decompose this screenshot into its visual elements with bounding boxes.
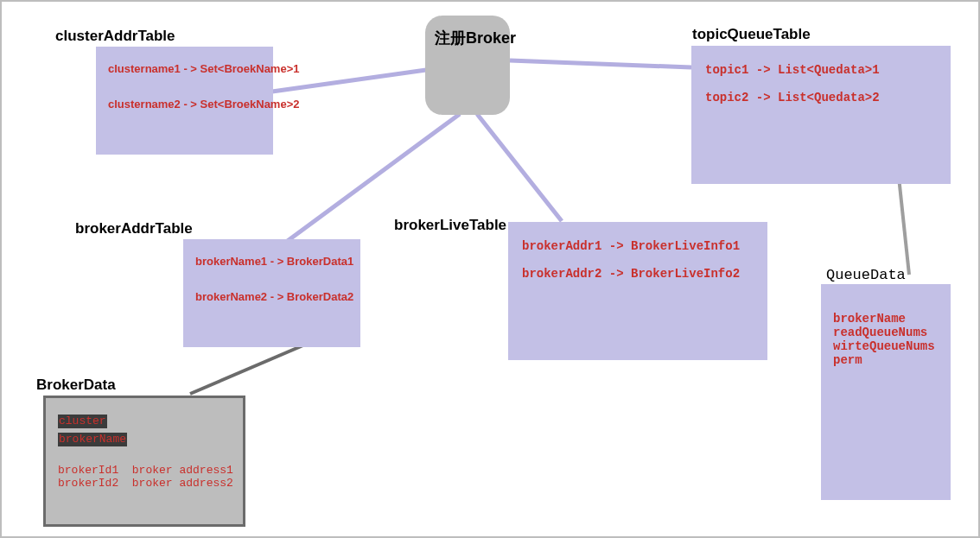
cluster-addr-row: clustername2 - > Set<BroekName>2 [108, 98, 261, 111]
broker-addr-table-title: brokerAddrTable [75, 220, 193, 237]
broker-data-box: cluster brokerName brokerId1 broker addr… [43, 396, 245, 527]
cluster-addr-row: clustername1 - > Set<BroekName>1 [108, 62, 261, 75]
svg-line-3 [510, 60, 691, 67]
broker-data-line: brokerId1 broker address1 [58, 464, 231, 477]
topic-queue-table-box: topic1 -> List<Quedata>1 topic2 -> List<… [691, 46, 951, 184]
broker-data-chip: cluster [58, 412, 231, 430]
queue-data-field: perm [833, 353, 939, 367]
topic-queue-row: topic1 -> List<Quedata>1 [705, 63, 937, 77]
svg-line-5 [899, 177, 909, 275]
broker-live-row: brokerAddr2 -> BrokerLiveInfo2 [522, 267, 754, 281]
cluster-addr-table-box: clustername1 - > Set<BroekName>1 cluster… [96, 47, 273, 155]
broker-data-title: BrokerData [36, 377, 116, 394]
topic-queue-row: topic2 -> List<Quedata>2 [705, 91, 937, 104]
broker-data-chip: brokerName [58, 430, 231, 448]
svg-line-2 [477, 114, 562, 221]
broker-live-table-title: brokerLiveTable [394, 217, 506, 234]
queue-data-box: brokerName readQueueNums wirteQueueNums … [821, 284, 951, 500]
broker-data-line: brokerId2 broker address2 [58, 477, 231, 490]
broker-live-table-box: brokerAddr1 -> BrokerLiveInfo1 brokerAdd… [508, 222, 767, 360]
central-node-label: 注册Broker [435, 28, 516, 48]
broker-addr-row: brokerName2 - > BrokerData2 [195, 290, 348, 303]
cluster-addr-table-title: clusterAddrTable [55, 28, 175, 45]
queue-data-title: QueueData [826, 267, 906, 283]
queue-data-field: brokerName [833, 312, 939, 326]
broker-addr-row: brokerName1 - > BrokerData1 [195, 255, 348, 268]
broker-addr-table-box: brokerName1 - > BrokerData1 brokerName2 … [183, 239, 360, 347]
queue-data-field: wirteQueueNums [833, 339, 939, 353]
topic-queue-table-title: topicQueueTable [692, 26, 811, 43]
queue-data-field: readQueueNums [833, 326, 939, 339]
diagram-canvas: 注册Broker clusterAddrTable clustername1 -… [0, 0, 980, 538]
broker-live-row: brokerAddr1 -> BrokerLiveInfo1 [522, 239, 754, 253]
